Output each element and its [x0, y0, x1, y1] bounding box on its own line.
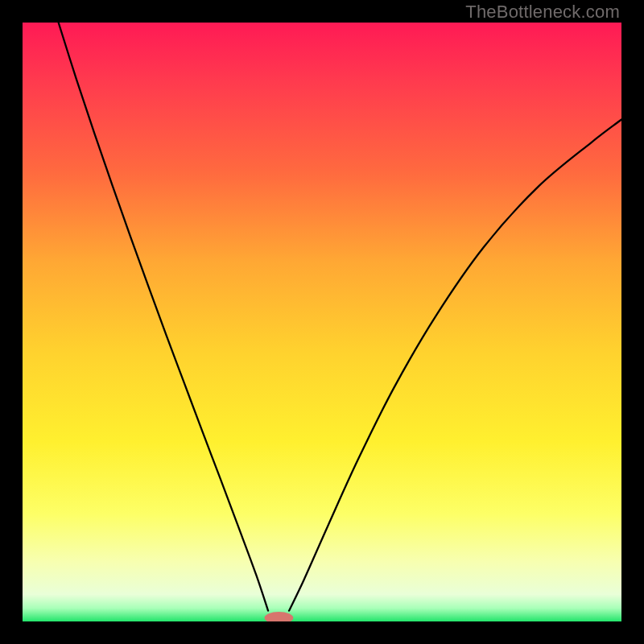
watermark-text: TheBottleneck.com: [465, 2, 620, 23]
chart-svg: [23, 23, 621, 621]
gradient-background: [23, 23, 621, 621]
plot-area: [23, 23, 621, 621]
chart-frame: TheBottleneck.com: [0, 0, 644, 644]
